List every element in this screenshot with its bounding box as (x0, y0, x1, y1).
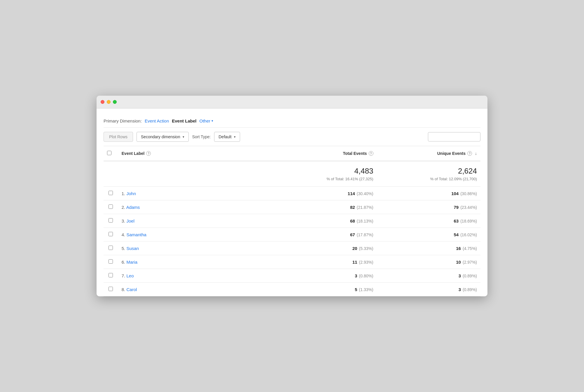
row-rank: 5. (122, 246, 125, 251)
other-dropdown[interactable]: Other ▾ (199, 118, 213, 123)
row-checkbox-cell (104, 269, 118, 283)
summary-label-cell (118, 161, 279, 187)
summary-total-value: 4,483 (282, 167, 373, 176)
row-label-cell: 8. Carol (118, 283, 279, 296)
toolbar-row: Plot Rows Secondary dimension ▾ Sort Typ… (104, 128, 480, 146)
row-label-link[interactable]: John (126, 191, 136, 196)
row-checkbox[interactable] (109, 246, 113, 250)
th-unique-events-text: Unique Events (437, 151, 466, 156)
row-unique-cell: 63 (18.69%) (377, 214, 480, 228)
table-row: 2. Adams 82 (21.87%) 79 (23.44%) (104, 200, 480, 214)
row-total-value: 68 (350, 218, 355, 223)
secondary-dimension-dropdown[interactable]: Secondary dimension ▾ (137, 132, 189, 142)
close-button[interactable] (101, 100, 104, 104)
select-all-checkbox[interactable] (107, 151, 111, 155)
row-label-cell: 3. Joel (118, 214, 279, 228)
row-unique-cell: 10 (2.97%) (377, 255, 480, 269)
row-total-pct: (18.13%) (357, 219, 373, 223)
row-label-link[interactable]: Susan (126, 246, 139, 251)
row-checkbox-cell (104, 283, 118, 296)
row-checkbox[interactable] (109, 204, 113, 209)
row-unique-pct: (4.75%) (463, 246, 477, 251)
search-input[interactable] (428, 132, 480, 141)
unique-events-help-icon[interactable]: ? (467, 151, 472, 156)
row-checkbox-cell (104, 200, 118, 214)
row-label-cell: 7. Leo (118, 269, 279, 283)
row-unique-value: 10 (456, 260, 461, 265)
th-event-label-text: Event Label (122, 151, 145, 156)
summary-unique-cell: 2,624 % of Total: 12.09% (21,700) (377, 161, 480, 187)
row-total-cell: 82 (21.87%) (279, 200, 377, 214)
row-rank: 3. (122, 218, 125, 223)
row-total-pct: (0.80%) (359, 274, 373, 278)
row-unique-cell: 79 (23.44%) (377, 200, 480, 214)
row-checkbox-cell (104, 255, 118, 269)
maximize-button[interactable] (113, 100, 117, 104)
row-label-link[interactable]: Adams (126, 205, 140, 210)
other-dropdown-arrow: ▾ (211, 119, 213, 123)
event-action-link[interactable]: Event Action (145, 118, 169, 123)
minimize-button[interactable] (107, 100, 111, 104)
row-total-pct: (5.33%) (359, 246, 373, 251)
content-area: Primary Dimension: Event Action Event La… (97, 108, 487, 296)
row-unique-value: 79 (454, 205, 459, 210)
row-checkbox[interactable] (109, 259, 113, 264)
row-unique-cell: 3 (0.89%) (377, 269, 480, 283)
row-unique-value: 63 (454, 218, 459, 223)
table-row: 6. Maria 11 (2.93%) 10 (2.97%) (104, 255, 480, 269)
row-total-value: 3 (355, 273, 357, 278)
table-row: 4. Samantha 67 (17.87%) 54 (16.02%) (104, 228, 480, 242)
row-total-pct: (21.87%) (357, 205, 373, 210)
primary-dimension-row: Primary Dimension: Event Action Event La… (104, 114, 480, 128)
row-unique-pct: (0.89%) (463, 287, 477, 292)
row-total-value: 20 (352, 246, 357, 251)
row-checkbox[interactable] (109, 273, 113, 277)
traffic-lights (101, 100, 117, 104)
row-total-cell: 20 (5.33%) (279, 242, 377, 255)
row-total-cell: 114 (30.40%) (279, 187, 377, 200)
row-checkbox[interactable] (109, 232, 113, 236)
sort-type-dropdown[interactable]: Default ▾ (214, 132, 240, 142)
th-total-events: Total Events ? (279, 146, 377, 161)
row-total-pct: (17.87%) (357, 232, 373, 237)
total-events-help-icon[interactable]: ? (369, 151, 373, 156)
th-checkbox (104, 146, 118, 161)
row-rank: 2. (122, 205, 125, 210)
row-total-pct: (1.33%) (359, 287, 373, 292)
row-checkbox[interactable] (109, 218, 113, 223)
event-label-help-icon[interactable]: ? (146, 151, 151, 156)
row-label-link[interactable]: Maria (126, 260, 137, 265)
row-label-link[interactable]: Joel (126, 218, 134, 223)
row-total-value: 114 (348, 191, 355, 196)
row-checkbox[interactable] (109, 191, 113, 195)
row-label-cell: 1. John (118, 187, 279, 200)
row-label-cell: 6. Maria (118, 255, 279, 269)
row-label-cell: 4. Samantha (118, 228, 279, 242)
row-checkbox[interactable] (109, 287, 113, 291)
row-total-cell: 5 (1.33%) (279, 283, 377, 296)
summary-row: 4,483 % of Total: 16.41% (27,325) 2,624 … (104, 161, 480, 187)
row-unique-pct: (2.97%) (463, 260, 477, 265)
plot-rows-button[interactable]: Plot Rows (104, 132, 133, 142)
other-label: Other (199, 118, 210, 123)
row-total-value: 67 (350, 232, 355, 237)
row-label-link[interactable]: Samantha (126, 232, 146, 237)
row-label-link[interactable]: Leo (126, 273, 134, 278)
row-rank: 7. (122, 273, 125, 278)
secondary-dimension-arrow: ▾ (183, 135, 184, 139)
summary-unique-pct: % of Total: 12.09% (21,700) (380, 177, 477, 181)
row-checkbox-cell (104, 214, 118, 228)
table-header-row: Event Label ? Total Events ? Unique Even… (104, 146, 480, 161)
row-unique-value: 3 (459, 273, 461, 278)
summary-check-cell (104, 161, 118, 187)
row-unique-pct: (30.86%) (460, 191, 477, 196)
row-total-cell: 67 (17.87%) (279, 228, 377, 242)
row-total-cell: 68 (18.13%) (279, 214, 377, 228)
row-unique-pct: (18.69%) (460, 219, 477, 223)
row-label-link[interactable]: Carol (126, 287, 137, 292)
sort-type-arrow: ▾ (234, 135, 236, 139)
row-rank: 4. (122, 232, 125, 237)
row-total-value: 82 (350, 205, 355, 210)
event-label-bold: Event Label (172, 118, 196, 123)
row-unique-value: 54 (454, 232, 459, 237)
